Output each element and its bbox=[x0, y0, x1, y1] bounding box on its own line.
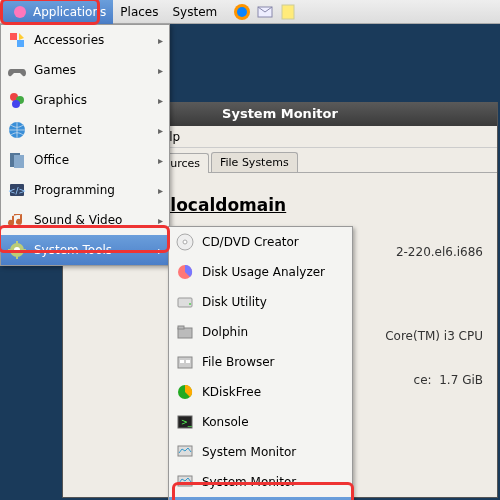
submenu-item-label: System Monitor bbox=[202, 445, 296, 459]
svg-rect-18 bbox=[16, 255, 18, 259]
menu-item-internet[interactable]: Internet ▸ bbox=[1, 115, 169, 145]
submenu-item-label: KDiskFree bbox=[202, 385, 261, 399]
office-icon bbox=[7, 150, 27, 170]
svg-rect-20 bbox=[22, 249, 26, 251]
submenu-item-label: CD/DVD Creator bbox=[202, 235, 299, 249]
svg-rect-29 bbox=[180, 360, 184, 363]
chevron-right-icon: ▸ bbox=[158, 95, 163, 106]
svg-rect-19 bbox=[8, 249, 12, 251]
submenu-item-label: System Monitor bbox=[202, 475, 296, 489]
chevron-right-icon: ▸ bbox=[158, 125, 163, 136]
svg-text:>_: >_ bbox=[181, 418, 193, 427]
svg-rect-12 bbox=[14, 155, 24, 168]
disc-icon bbox=[175, 232, 195, 252]
menu-item-system-tools[interactable]: System Tools ▸ bbox=[1, 235, 169, 265]
menu-item-graphics[interactable]: Graphics ▸ bbox=[1, 85, 169, 115]
system-tools-icon bbox=[7, 240, 27, 260]
internet-icon bbox=[7, 120, 27, 140]
notes-icon[interactable] bbox=[278, 2, 298, 22]
chevron-right-icon: ▸ bbox=[158, 215, 163, 226]
submenu-item-sysmonitor1[interactable]: System Monitor bbox=[169, 437, 352, 467]
svg-text:</>: </> bbox=[8, 186, 26, 196]
submenu-item-label: File Browser bbox=[202, 355, 275, 369]
svg-point-2 bbox=[237, 7, 247, 17]
submenu-item-filebrowser[interactable]: File Browser bbox=[169, 347, 352, 377]
panel-applications[interactable]: Applications bbox=[3, 0, 113, 24]
svg-point-16 bbox=[14, 247, 20, 253]
menu-item-games[interactable]: Games ▸ bbox=[1, 55, 169, 85]
chevron-right-icon: ▸ bbox=[158, 185, 163, 196]
svg-rect-17 bbox=[16, 241, 18, 245]
multimedia-icon bbox=[7, 210, 27, 230]
svg-rect-30 bbox=[186, 360, 190, 363]
submenu-item-label: Disk Utility bbox=[202, 295, 267, 309]
panel-system[interactable]: System bbox=[165, 3, 224, 21]
submenu-item-label: Konsole bbox=[202, 415, 249, 429]
menu-item-label: Games bbox=[34, 63, 151, 77]
menu-item-programming[interactable]: </> Programming ▸ bbox=[1, 175, 169, 205]
svg-rect-4 bbox=[282, 5, 294, 19]
monitor-icon bbox=[175, 472, 195, 492]
graphics-icon bbox=[7, 90, 27, 110]
programming-icon: </> bbox=[7, 180, 27, 200]
submenu-item-cddvd[interactable]: CD/DVD Creator bbox=[169, 227, 352, 257]
firefox-icon[interactable] bbox=[232, 2, 252, 22]
mail-icon[interactable] bbox=[255, 2, 275, 22]
menu-item-accessories[interactable]: Accessories ▸ bbox=[1, 25, 169, 55]
svg-point-22 bbox=[183, 240, 187, 244]
svg-point-25 bbox=[189, 303, 191, 305]
chevron-right-icon: ▸ bbox=[158, 65, 163, 76]
menu-item-label: Sound & Video bbox=[34, 213, 151, 227]
submenu-item-label: Disk Usage Analyzer bbox=[202, 265, 325, 279]
svg-rect-27 bbox=[178, 326, 184, 329]
menu-item-label: Programming bbox=[34, 183, 151, 197]
file-manager-icon bbox=[175, 352, 195, 372]
svg-rect-24 bbox=[178, 298, 192, 307]
submenu-item-kdiskfree[interactable]: KDiskFree bbox=[169, 377, 352, 407]
drive-icon bbox=[175, 292, 195, 312]
submenu-item-label: Dolphin bbox=[202, 325, 248, 339]
submenu-item-konsole[interactable]: >_ Konsole bbox=[169, 407, 352, 437]
panel-applications-label: Applications bbox=[33, 5, 106, 19]
accessories-icon bbox=[7, 30, 27, 50]
svg-point-9 bbox=[12, 100, 20, 108]
menu-item-label: Internet bbox=[34, 123, 151, 137]
menu-item-label: System Tools bbox=[34, 243, 151, 257]
menu-item-label: Accessories bbox=[34, 33, 151, 47]
submenu-item-sysmonitor2[interactable]: System Monitor bbox=[169, 467, 352, 497]
applications-menu: Accessories ▸ Games ▸ Graphics ▸ Interne… bbox=[0, 24, 170, 266]
svg-rect-5 bbox=[10, 33, 17, 40]
folder-icon bbox=[175, 322, 195, 342]
tab-filesystems[interactable]: File Systems bbox=[211, 152, 298, 172]
panel-places[interactable]: Places bbox=[113, 3, 165, 21]
chevron-right-icon: ▸ bbox=[158, 155, 163, 166]
menu-item-label: Graphics bbox=[34, 93, 151, 107]
menu-item-label: Office bbox=[34, 153, 151, 167]
menu-item-office[interactable]: Office ▸ bbox=[1, 145, 169, 175]
submenu-item-diskutility[interactable]: Disk Utility bbox=[169, 287, 352, 317]
submenu-item-diskusage[interactable]: Disk Usage Analyzer bbox=[169, 257, 352, 287]
top-panel: Applications Places System bbox=[0, 0, 500, 24]
chevron-right-icon: ▸ bbox=[158, 35, 163, 46]
menu-item-multimedia[interactable]: Sound & Video ▸ bbox=[1, 205, 169, 235]
kdiskfree-icon bbox=[175, 382, 195, 402]
monitor-icon bbox=[175, 442, 195, 462]
chevron-right-icon: ▸ bbox=[158, 245, 163, 256]
pie-chart-icon bbox=[175, 262, 195, 282]
foot-icon bbox=[10, 2, 30, 22]
submenu-item-dolphin[interactable]: Dolphin bbox=[169, 317, 352, 347]
svg-rect-6 bbox=[17, 40, 24, 47]
konsole-icon: >_ bbox=[175, 412, 195, 432]
system-tools-submenu: CD/DVD Creator Disk Usage Analyzer Disk … bbox=[168, 226, 353, 500]
svg-point-0 bbox=[14, 6, 26, 18]
games-icon bbox=[7, 60, 27, 80]
